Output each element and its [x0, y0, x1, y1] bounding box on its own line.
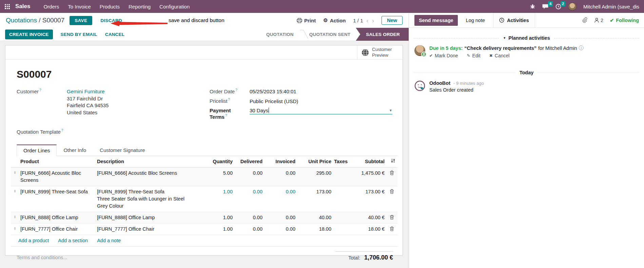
terms-and-conditions-placeholder[interactable]: Terms and conditions... [17, 255, 67, 261]
drag-handle-icon[interactable]: ▲▼ [11, 212, 19, 218]
table-row[interactable]: ▲▼ [FURN_6666] Acoustic Bloc Screens [FU… [11, 168, 397, 186]
delete-row-icon[interactable] [386, 212, 397, 220]
cell-taxes[interactable] [333, 224, 354, 228]
cell-taxes[interactable] [333, 168, 354, 172]
col-product[interactable]: Product [19, 156, 96, 167]
cell-quantity[interactable]: 1.00 [192, 224, 234, 235]
messages-icon[interactable]: 4 [542, 4, 549, 9]
info-icon[interactable]: ⓘ [579, 45, 584, 51]
cell-product[interactable]: [FURN_8999] Three-Seat Sofa [19, 186, 96, 197]
pricelist-value[interactable]: Public Pricelist (USD) [250, 98, 298, 104]
attachment-paperclip-icon[interactable] [582, 17, 588, 23]
dropdown-caret-icon[interactable]: ▼ [389, 109, 392, 112]
cell-quantity[interactable]: 1.00 [192, 212, 234, 223]
menu-products[interactable]: Products [100, 4, 120, 9]
apps-grid-icon[interactable] [5, 4, 10, 9]
col-taxes[interactable]: Taxes [333, 156, 354, 167]
cell-description[interactable]: [FURN_8999] Three-Seat Sofa Three Seater… [96, 186, 192, 212]
drag-handle-icon[interactable]: ▲▼ [11, 168, 19, 174]
order-date-value[interactable]: 05/25/2023 15:40:01 [250, 89, 296, 94]
cell-product[interactable]: [FURN_8888] Office Lamp [19, 212, 96, 223]
col-quantity[interactable]: Quantity [192, 156, 234, 167]
send-by-email-button[interactable]: SEND BY EMAIL [61, 32, 97, 37]
drag-handle-icon[interactable]: ▲▼ [11, 186, 19, 193]
optional-columns-icon[interactable] [386, 156, 397, 163]
log-note-button[interactable]: Log note [466, 18, 485, 23]
user-name[interactable]: Mitchell Admin (save_discar [583, 4, 639, 9]
customer-name-link[interactable]: Gemini Furniture [67, 88, 109, 95]
add-section-link[interactable]: Add a section [58, 238, 88, 243]
send-message-button[interactable]: Send message [414, 15, 458, 26]
state-sales-order[interactable]: SALES ORDER [356, 28, 409, 41]
cancel-button[interactable]: CANCEL [105, 32, 124, 37]
cell-unit-price[interactable]: 173.00 [297, 186, 333, 197]
odoobot-avatar[interactable] [414, 80, 425, 91]
cell-delivered[interactable]: 0.00 [234, 224, 264, 235]
app-name[interactable]: Sales [15, 3, 30, 10]
tab-other-info[interactable]: Other Info [57, 145, 93, 156]
tab-order-lines[interactable]: Order Lines [17, 145, 57, 156]
message-author[interactable]: OdooBot [429, 80, 450, 86]
table-row[interactable]: ▲▼ [FURN_8999] Three-Seat Sofa [FURN_899… [11, 186, 397, 212]
cell-taxes[interactable] [333, 186, 354, 190]
cell-quantity[interactable]: 5.00 [192, 168, 234, 179]
delete-row-icon[interactable] [386, 224, 397, 231]
pager-next-icon[interactable]: › [372, 17, 374, 24]
cell-unit-price[interactable]: 40.00 [297, 212, 333, 223]
state-quotation-sent[interactable]: QUOTATION SENT [304, 28, 356, 41]
menu-orders[interactable]: Orders [43, 4, 59, 9]
new-button[interactable]: New [382, 16, 403, 25]
cell-delivered[interactable]: 0.00 [234, 168, 264, 179]
planned-activities-toggle[interactable]: ▼ Planned activities [503, 35, 550, 41]
cell-invoiced[interactable]: 0.00 [264, 168, 297, 179]
delete-row-icon[interactable] [386, 186, 397, 194]
table-row[interactable]: ▲▼ [FURN_7777] Office Chair [FURN_7777] … [11, 224, 397, 235]
action-button[interactable]: ⚙ Action [323, 17, 346, 23]
menu-reporting[interactable]: Reporting [129, 4, 151, 9]
pager-previous-icon[interactable]: ‹ [367, 17, 369, 24]
add-note-link[interactable]: Add a note [97, 238, 121, 243]
user-avatar[interactable] [568, 2, 577, 11]
create-invoice-button[interactable]: CREATE INVOICE [5, 30, 53, 39]
state-quotation[interactable]: QUOTATION [261, 28, 299, 41]
activities-clock-icon[interactable]: 2 [555, 4, 561, 9]
drag-handle-icon[interactable]: ▲▼ [11, 224, 19, 230]
cell-product[interactable]: [FURN_7777] Office Chair [19, 224, 96, 235]
add-product-link[interactable]: Add a product [18, 238, 49, 243]
col-subtotal[interactable]: Subtotal [354, 156, 386, 167]
col-unit-price[interactable]: Unit Price [297, 156, 333, 167]
cell-unit-price[interactable]: 295.00 [297, 168, 333, 179]
save-button[interactable]: SAVE [70, 16, 92, 25]
menu-to-invoice[interactable]: To Invoice [68, 4, 91, 9]
cell-product[interactable]: [FURN_6666] Acoustic Bloc Screens [19, 168, 96, 186]
col-delivered[interactable]: Delivered [234, 156, 264, 167]
cell-description[interactable]: [FURN_6666] Acoustic Bloc Screens [96, 168, 192, 179]
mark-done-button[interactable]: ✔Mark Done [429, 53, 458, 58]
cell-description[interactable]: [FURN_8888] Office Lamp [96, 212, 192, 223]
cell-unit-price[interactable]: 18.00 [297, 224, 333, 235]
following-button[interactable]: ✔ Following [610, 18, 639, 23]
cell-invoiced[interactable]: 0.00 [264, 224, 297, 235]
cell-quantity[interactable]: 1.00 [192, 186, 234, 197]
tab-customer-signature[interactable]: Customer Signature [93, 145, 152, 156]
cell-description[interactable]: [FURN_7777] Office Chair [96, 224, 192, 235]
customer-preview-button[interactable]: Customer Preview [357, 45, 403, 59]
print-button[interactable]: Print [297, 18, 316, 23]
table-row[interactable]: ▲▼ [FURN_8888] Office Lamp [FURN_8888] O… [11, 212, 397, 224]
delete-row-icon[interactable] [386, 168, 397, 175]
activities-button[interactable]: Activities [493, 13, 535, 27]
cell-invoiced[interactable]: 0.00 [264, 186, 297, 197]
menu-configuration[interactable]: Configuration [159, 4, 190, 9]
cell-delivered[interactable]: 0.00 [234, 186, 264, 197]
payment-terms-input[interactable]: 30 Days ▼ [250, 108, 392, 114]
followers-button[interactable]: 2 [594, 18, 603, 23]
debug-bug-icon[interactable] [530, 4, 535, 9]
cell-taxes[interactable] [333, 212, 354, 216]
col-invoiced[interactable]: Invoiced [264, 156, 297, 167]
breadcrumb-quotations[interactable]: Quotations [6, 17, 37, 24]
cell-delivered[interactable]: 0.00 [234, 212, 264, 223]
col-description[interactable]: Description [96, 156, 192, 167]
cell-invoiced[interactable]: 0.00 [264, 212, 297, 223]
cancel-activity-button[interactable]: ✖Cancel [489, 53, 510, 58]
edit-activity-button[interactable]: ✎Edit [467, 53, 481, 58]
